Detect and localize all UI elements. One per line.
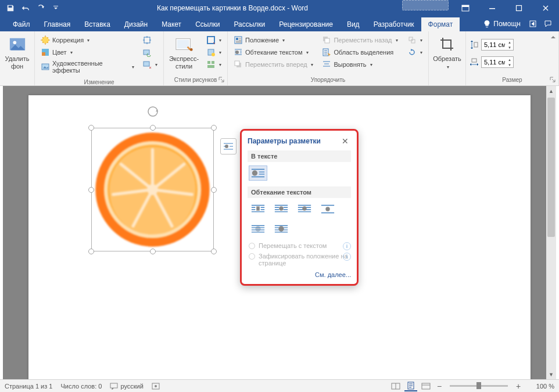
scroll-up-button[interactable]: ▲ [546, 86, 556, 96]
spin-up[interactable]: ▲ [506, 57, 513, 62]
crop-button[interactable]: Обрезать▾ [431, 33, 463, 74]
change-picture-button[interactable] [140, 46, 160, 58]
tab-references[interactable]: Ссылки [188, 17, 227, 31]
picture-border-button[interactable]: ▾ [204, 34, 224, 46]
dialog-launcher-icon[interactable] [218, 77, 225, 84]
wrap-option-top-bottom[interactable] [318, 202, 337, 217]
ribbon-display-options[interactable] [452, 0, 479, 16]
zoom-thumb[interactable] [476, 382, 481, 389]
tab-mailings[interactable]: Рассылки [227, 17, 272, 31]
height-spinner[interactable]: ▲▼ [470, 39, 514, 51]
color-icon [41, 48, 50, 57]
web-layout-button[interactable] [420, 381, 432, 391]
tab-view[interactable]: Вид [340, 17, 367, 31]
scroll-down-button[interactable]: ▼ [546, 369, 556, 379]
print-layout-button[interactable] [404, 381, 417, 391]
popup-close-button[interactable]: ✕ [339, 136, 351, 146]
tab-home[interactable]: Главная [37, 17, 78, 31]
tab-design[interactable]: Дизайн [117, 17, 155, 31]
rotate-button[interactable]: ▾ [405, 46, 425, 58]
page[interactable]: Параметры разметки ✕ В тексте Обтекание … [28, 95, 531, 379]
word-count[interactable]: Число слов: 0 [60, 383, 102, 390]
send-backward-button[interactable]: Переместить назад ▾ [320, 34, 402, 46]
dialog-launcher-icon[interactable] [550, 77, 557, 84]
align-icon [322, 60, 331, 69]
rotate-handle[interactable] [147, 106, 159, 117]
close-button[interactable] [532, 0, 559, 16]
share-button[interactable] [525, 16, 540, 31]
collapse-ribbon-button[interactable] [550, 34, 557, 41]
align-button[interactable]: Выровнять ▾ [320, 59, 402, 70]
selected-image[interactable] [91, 128, 214, 251]
wrap-option-inline[interactable] [249, 166, 267, 181]
selection-pane-button[interactable]: Область выделения [320, 46, 402, 58]
reset-picture-button[interactable]: ▾ [140, 59, 160, 70]
svg-rect-22 [212, 61, 214, 64]
wrap-option-square[interactable] [249, 202, 267, 217]
tab-insert[interactable]: Вставка [77, 17, 117, 31]
group-button[interactable]: ▾ [405, 34, 425, 46]
qat-customize-button[interactable] [49, 1, 63, 15]
redo-button[interactable] [34, 1, 48, 15]
resize-handle-nw[interactable] [88, 125, 94, 131]
picture-layout-button[interactable]: ▾ [204, 59, 224, 70]
resize-handle-se[interactable] [211, 249, 217, 254]
spin-up[interactable]: ▲ [506, 39, 513, 45]
zoom-in-button[interactable]: + [514, 382, 523, 391]
document-title: Как перемещать картинки в Ворде.docx - W… [63, 4, 402, 12]
tab-layout[interactable]: Макет [155, 17, 188, 31]
layout-options-button[interactable] [220, 138, 236, 154]
zoom-slider[interactable] [450, 385, 508, 387]
save-button[interactable] [3, 1, 17, 15]
minimize-button[interactable] [479, 0, 506, 16]
info-icon[interactable]: i [343, 242, 351, 250]
wrap-option-through[interactable] [295, 202, 314, 217]
corrections-button[interactable]: Коррекция ▾ [38, 34, 137, 46]
spin-down[interactable]: ▼ [506, 45, 513, 50]
wrap-text-button[interactable]: Обтекание текстом ▾ [231, 46, 316, 58]
macro-button[interactable] [152, 383, 160, 390]
read-mode-button[interactable] [389, 381, 402, 391]
see-more-link[interactable]: См. далее... [248, 271, 351, 278]
position-button[interactable]: Положение ▾ [231, 34, 316, 46]
vertical-scrollbar[interactable]: ▲ ▼ [546, 86, 556, 379]
width-icon [470, 57, 479, 67]
wrap-option-tight[interactable] [272, 202, 291, 217]
resize-handle-w[interactable] [88, 187, 94, 193]
compress-pictures-button[interactable] [140, 34, 160, 46]
scroll-thumb[interactable] [547, 98, 555, 237]
resize-handle-ne[interactable] [211, 125, 217, 131]
spin-down[interactable]: ▼ [506, 62, 513, 67]
bring-forward-button[interactable]: Переместить вперед ▾ [231, 59, 316, 70]
tab-developer[interactable]: Разработчик [367, 17, 421, 31]
express-styles-button[interactable]: Экспресс- стили [166, 33, 202, 74]
page-info[interactable]: Страница 1 из 1 [5, 383, 52, 390]
color-button[interactable]: Цвет ▾ [38, 46, 137, 58]
language-button[interactable]: русский [110, 383, 143, 390]
tab-format[interactable]: Формат [421, 17, 460, 31]
zoom-out-button[interactable]: − [435, 382, 444, 391]
wrap-option-front[interactable] [272, 221, 291, 236]
tab-review[interactable]: Рецензирование [272, 17, 340, 31]
position-label: Положение [245, 37, 279, 44]
tab-file[interactable]: Файл [6, 17, 37, 31]
info-icon[interactable]: i [343, 253, 351, 261]
resize-handle-n[interactable] [150, 125, 156, 131]
title-bar: Как перемещать картинки в Ворде.docx - W… [0, 0, 559, 16]
maximize-button[interactable] [506, 0, 532, 16]
comments-button[interactable] [540, 16, 556, 31]
undo-button[interactable] [19, 1, 33, 15]
resize-handle-e[interactable] [211, 187, 217, 193]
resize-handle-sw[interactable] [88, 249, 94, 254]
wrap-option-behind[interactable] [249, 221, 267, 236]
account-area [402, 0, 449, 10]
zoom-level[interactable]: 100 % [525, 383, 554, 390]
artistic-effects-button[interactable]: Художественные эффекты ▾ [38, 59, 137, 75]
resize-handle-s[interactable] [150, 249, 156, 254]
remove-background-button[interactable]: Удалить фон [2, 33, 32, 74]
svg-rect-47 [110, 383, 117, 388]
tell-me-search[interactable]: Помощн [478, 16, 525, 31]
picture-effects-button[interactable]: ▾ [204, 46, 224, 58]
width-spinner[interactable]: ▲▼ [470, 56, 514, 68]
spellcheck-icon [110, 383, 118, 390]
